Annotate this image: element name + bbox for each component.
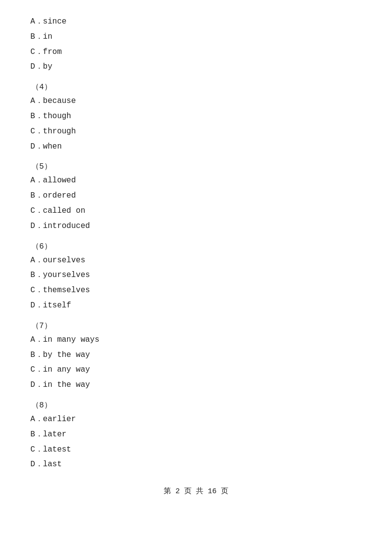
option-d: D．by (29, 60, 363, 74)
option-b: B．yourselves (29, 268, 363, 282)
question-group-4: （4） A．because B．though C．through D．when (29, 82, 363, 153)
option-a: A．ourselves (29, 253, 363, 268)
option-c: C．from (29, 45, 363, 59)
option-b: B．ordered (29, 189, 363, 203)
question-number-8: （8） (29, 400, 363, 410)
option-c: C．latest (29, 443, 363, 457)
question-number-4: （4） (29, 82, 363, 92)
question-group-8: （8） A．earlier B．later C．latest D．last (29, 400, 363, 472)
option-a: A．because (29, 94, 363, 108)
question-group-5: （5） A．allowed B．ordered C．called on D．in… (29, 161, 363, 233)
option-d: D．itself (29, 299, 363, 313)
option-c: C．called on (29, 204, 363, 218)
option-b: B．by the way (29, 348, 363, 362)
question-group-7: （7） A．in many ways B．by the way C．in any… (29, 321, 363, 392)
option-d: D．in the way (29, 378, 363, 392)
question-group-3-options: A．since B．in C．from D．by (29, 15, 363, 74)
option-b: B．though (29, 109, 363, 124)
question-number-7: （7） (29, 321, 363, 331)
option-a: A．in many ways (29, 333, 363, 347)
content-area: A．since B．in C．from D．by （4） A．because B… (29, 15, 363, 472)
option-c: C．themselves (29, 283, 363, 298)
option-d: D．when (29, 140, 363, 154)
question-number-6: （6） (29, 241, 363, 252)
page-footer: 第 2 页 共 16 页 (29, 486, 363, 496)
option-b: B．in (29, 30, 363, 44)
question-number-5: （5） (29, 161, 363, 172)
option-c: C．through (29, 125, 363, 139)
option-a: A．since (29, 15, 363, 29)
option-d: D．introduced (29, 219, 363, 233)
question-group-6: （6） A．ourselves B．yourselves C．themselve… (29, 241, 363, 313)
option-d: D．last (29, 457, 363, 472)
option-a: A．allowed (29, 174, 363, 188)
option-c: C．in any way (29, 363, 363, 377)
option-a: A．earlier (29, 412, 363, 427)
option-b: B．later (29, 428, 363, 442)
